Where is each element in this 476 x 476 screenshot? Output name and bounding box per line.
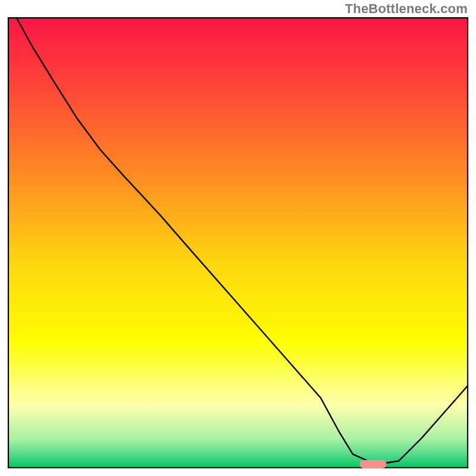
plot-background bbox=[8, 18, 468, 468]
watermark-text: TheBottleneck.com bbox=[345, 1, 468, 17]
chart-stage: TheBottleneck.com bbox=[0, 0, 476, 476]
bottleneck-plot bbox=[0, 0, 476, 476]
optimum-marker bbox=[360, 460, 387, 468]
